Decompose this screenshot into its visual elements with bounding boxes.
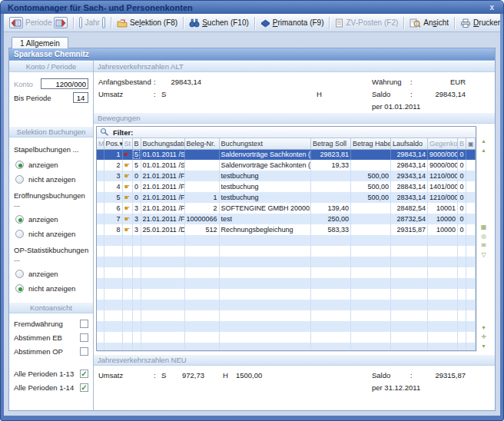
expand-icon[interactable]: ✛ bbox=[481, 333, 486, 342]
empty-row[interactable] bbox=[97, 246, 476, 257]
cell-pos[interactable]: 2 bbox=[104, 160, 122, 171]
empty-row[interactable] bbox=[97, 332, 476, 343]
toolbar-button-ansicht[interactable]: Ansicht bbox=[406, 17, 452, 29]
cell-gegenkonto[interactable]: 9000/000 bbox=[428, 149, 458, 160]
cell-text[interactable]: Saldenvorträge Sachkonten (EB) bbox=[219, 160, 311, 171]
cell-b2[interactable]: 0 bbox=[458, 181, 466, 192]
radio-option-anzeigen[interactable]: anzeigen bbox=[15, 215, 90, 224]
column-header-chooser[interactable]: ▣ bbox=[466, 138, 476, 149]
column-header-Laufsaldo[interactable]: Laufsaldo bbox=[391, 138, 428, 149]
cell-datum[interactable]: 25.01.2011 /Di bbox=[141, 224, 184, 235]
cell-text[interactable]: Saldenvorträge Sachkonten (EB) bbox=[219, 149, 311, 160]
cell-b[interactable]: 3 bbox=[132, 224, 141, 235]
cell-m[interactable] bbox=[97, 149, 104, 160]
checkbox-Alle-Perioden-1-13[interactable]: Alle Perioden 1-13✓ bbox=[14, 370, 88, 378]
column-header-Buchungsdatum[interactable]: Buchungsdatum bbox=[141, 138, 184, 149]
cell-m[interactable] bbox=[97, 203, 104, 214]
cell-b[interactable]: 0 bbox=[132, 192, 141, 203]
column-header-Pos.[interactable]: Pos.▾ bbox=[104, 138, 122, 149]
cell-selcol[interactable] bbox=[466, 181, 476, 192]
booking-row-5[interactable]: 5☛021.01.2011 /Fr1testbuchung500,0028343… bbox=[97, 192, 476, 203]
cell-st[interactable]: ☛ bbox=[122, 192, 132, 203]
scroll-down-icon[interactable]: ▾ bbox=[482, 323, 485, 333]
cell-beleg[interactable]: 1 bbox=[184, 192, 219, 203]
radio-option-anzeigen[interactable]: anzeigen bbox=[15, 161, 90, 169]
scroll-up-icon[interactable]: ▴ bbox=[482, 137, 485, 146]
bis-periode-input[interactable] bbox=[73, 92, 88, 103]
column-header-St[interactable]: St bbox=[122, 138, 132, 149]
cell-haben[interactable]: 500,00 bbox=[351, 181, 391, 192]
checkbox-Abstimmen-OP[interactable]: Abstimmen OP bbox=[14, 347, 88, 356]
konto-input[interactable] bbox=[41, 78, 88, 89]
cell-datum[interactable]: 21.01.2011 /Fr bbox=[141, 203, 184, 214]
empty-row[interactable] bbox=[97, 289, 476, 300]
empty-row[interactable] bbox=[97, 267, 476, 278]
booking-row-3[interactable]: 3☛021.01.2011 /Frtestbuchung500,0029343,… bbox=[97, 171, 476, 181]
column-chooser-icon[interactable]: ▣ bbox=[468, 141, 474, 148]
cell-beleg[interactable]: 2 bbox=[184, 203, 219, 214]
toolbar-button-primanota[interactable]: Primanota (F9) bbox=[257, 17, 327, 29]
cell-gegenkonto[interactable]: 1210/000 bbox=[428, 192, 458, 203]
cell-text[interactable]: testbuchung bbox=[219, 171, 311, 181]
cell-haben[interactable] bbox=[351, 160, 391, 171]
cell-laufsaldo[interactable]: 28343,14 bbox=[391, 192, 428, 203]
cell-soll[interactable]: 583,33 bbox=[311, 224, 351, 235]
cell-haben[interactable] bbox=[351, 224, 391, 235]
booking-row-6[interactable]: 6☛321.01.2011 /Fr2SOFTENGINE GMBH 200001… bbox=[97, 203, 476, 214]
empty-row[interactable] bbox=[97, 235, 476, 246]
cell-gegenkonto[interactable]: 10001 bbox=[428, 203, 458, 214]
cell-soll[interactable]: 139,40 bbox=[311, 203, 351, 214]
cell-selcol[interactable] bbox=[466, 224, 476, 235]
cell-pos[interactable]: 6 bbox=[104, 203, 122, 214]
empty-row[interactable] bbox=[97, 343, 476, 351]
cell-soll[interactable]: 29823,81 bbox=[311, 149, 351, 160]
grid-icon[interactable]: ▦ bbox=[481, 223, 487, 232]
export-icon[interactable]: ✉ bbox=[481, 241, 486, 250]
cell-b2[interactable]: 0 bbox=[458, 203, 466, 214]
cell-b[interactable]: 0 bbox=[132, 171, 141, 181]
cell-beleg[interactable] bbox=[184, 149, 219, 160]
checkbox-icon[interactable]: ✓ bbox=[80, 370, 88, 378]
checkbox-Abstimmen-EB[interactable]: Abstimmen EB bbox=[14, 333, 88, 342]
cell-laufsaldo[interactable]: 29843,14 bbox=[391, 149, 428, 160]
cell-text[interactable]: testbuchung bbox=[219, 181, 311, 192]
cell-m[interactable] bbox=[97, 224, 104, 235]
cell-pos[interactable]: 3 bbox=[104, 171, 122, 181]
zoom-icon[interactable]: ◎ bbox=[481, 232, 486, 241]
cell-gegenkonto[interactable]: 9000/000 bbox=[428, 160, 458, 171]
cell-pos[interactable]: 1 bbox=[104, 149, 122, 160]
checkbox-icon[interactable] bbox=[80, 333, 88, 342]
column-header-Betrag Soll[interactable]: Betrag Soll bbox=[311, 138, 351, 149]
cell-selcol[interactable] bbox=[466, 203, 476, 214]
cell-soll[interactable]: 19,33 bbox=[311, 160, 351, 171]
radio-option-nicht-anzeigen[interactable]: nicht anzeigen bbox=[15, 284, 90, 293]
cell-b2[interactable]: 0 bbox=[458, 171, 466, 181]
cell-pos[interactable]: 8 bbox=[104, 224, 122, 235]
cell-pos[interactable]: 7 bbox=[104, 214, 122, 224]
cell-text[interactable]: SOFTENGINE GMBH 20000189 EUR UEBER bbox=[219, 203, 311, 214]
cell-beleg[interactable] bbox=[184, 181, 219, 192]
cell-datum[interactable]: 21.01.2011 /Fr bbox=[141, 214, 184, 224]
toolbar-button-drucken[interactable]: Drucken bbox=[457, 17, 500, 29]
cell-beleg[interactable] bbox=[184, 160, 219, 171]
cell-gegenkonto[interactable]: 10000 bbox=[428, 214, 458, 224]
checkbox-icon[interactable] bbox=[80, 320, 88, 328]
close-button[interactable]: x bbox=[487, 3, 496, 12]
cell-laufsaldo[interactable]: 29315,87 bbox=[391, 224, 428, 235]
toolbar-button-selektion[interactable]: Selektion (F8) bbox=[114, 17, 181, 29]
radio-icon[interactable] bbox=[15, 284, 24, 293]
scroll-end-icon[interactable]: ▾ bbox=[482, 342, 485, 351]
prev-year-icon[interactable] bbox=[79, 17, 82, 28]
cell-haben[interactable]: 500,00 bbox=[351, 171, 391, 181]
cell-m[interactable] bbox=[97, 192, 104, 203]
cell-selcol[interactable] bbox=[466, 149, 476, 160]
cell-laufsaldo[interactable]: 28732,54 bbox=[391, 214, 428, 224]
cell-laufsaldo[interactable]: 28482,54 bbox=[391, 203, 428, 214]
cell-b[interactable]: 5 bbox=[132, 160, 141, 171]
cell-st[interactable]: ☛ bbox=[122, 160, 132, 171]
cell-b2[interactable]: 0 bbox=[458, 224, 466, 235]
checkbox-icon[interactable]: ✓ bbox=[80, 383, 88, 392]
empty-row[interactable] bbox=[97, 300, 476, 310]
cell-text[interactable]: testbuchung bbox=[219, 192, 311, 203]
cell-b[interactable]: 3 bbox=[132, 203, 141, 214]
